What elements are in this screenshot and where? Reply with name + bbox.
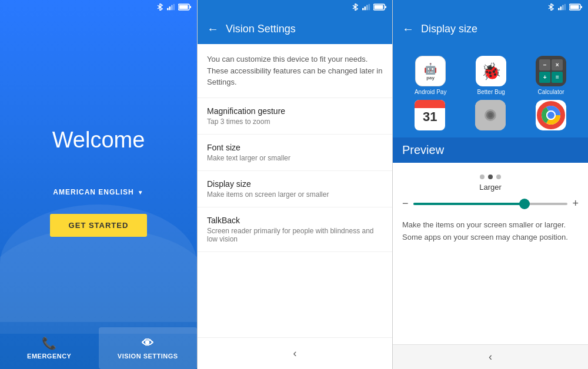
- calculator-label: Calculator: [538, 89, 564, 95]
- magnification-title: Magnification gesture: [207, 106, 383, 116]
- display-size-subtitle: Make items on screen larger or smaller: [207, 190, 383, 199]
- talkback-title: TalkBack: [207, 216, 383, 225]
- display-footer: ‹: [393, 344, 588, 369]
- android-pay-icon: 🤖 pay: [415, 56, 446, 86]
- vision-footer: ‹: [198, 337, 392, 369]
- emergency-button[interactable]: 📞 EMERGENCY: [0, 327, 99, 369]
- slider-row: − +: [402, 197, 579, 210]
- menu-item-magnification[interactable]: Magnification gesture Tap 3 times to zoo…: [198, 98, 392, 135]
- svg-rect-13: [385, 6, 386, 8]
- back-button-display[interactable]: ‹: [489, 351, 492, 363]
- pay-text: pay: [426, 75, 435, 80]
- display-content: Larger − + Make the items on your screen…: [393, 163, 588, 344]
- menu-item-font-size[interactable]: Font size Make text larger or smaller: [198, 135, 392, 171]
- talkback-subtitle: Screen reader primarily for people with …: [207, 227, 383, 243]
- slider-decrease-button[interactable]: −: [402, 197, 409, 210]
- calendar-day: 31: [415, 109, 445, 125]
- language-selector[interactable]: AMERICAN ENGLISH ▼: [53, 188, 143, 196]
- svg-rect-10: [369, 4, 370, 11]
- calendar-icon: 31: [415, 100, 445, 130]
- camera-icon: [475, 100, 506, 130]
- preview-icons-row2: 31: [400, 98, 581, 130]
- svg-rect-17: [564, 4, 566, 11]
- panel-vision: ← Vision Settings You can customize this…: [197, 0, 393, 369]
- vision-header: ← Vision Settings: [198, 14, 392, 44]
- signal-icon-v: [362, 4, 370, 11]
- battery-icon: [178, 4, 191, 11]
- emergency-label: EMERGENCY: [27, 353, 71, 360]
- svg-point-31: [547, 112, 554, 119]
- svg-rect-8: [365, 6, 366, 10]
- panel-welcome: Welcome AMERICAN ENGLISH ▼ GET STARTED 📞…: [0, 0, 197, 369]
- panel-display: ← Display size 🤖 pay Android Pay 🐞 B: [393, 0, 588, 369]
- menu-item-display-size[interactable]: Display size Make items on screen larger…: [198, 171, 392, 207]
- svg-rect-0: [167, 8, 169, 11]
- display-size-title: Display size: [207, 179, 383, 189]
- get-started-button[interactable]: GET STARTED: [50, 214, 148, 237]
- app-icon-better-bug: 🐞 Better Bug: [476, 56, 506, 95]
- display-description: Make the items on your screen smaller or…: [402, 219, 579, 244]
- better-bug-label: Better Bug: [477, 89, 505, 95]
- welcome-title: Welcome: [52, 128, 145, 153]
- svg-rect-14: [558, 8, 560, 11]
- preview-icons-row1: 🤖 pay Android Pay 🐞 Better Bug − ×: [400, 51, 581, 98]
- preview-label-bar: Preview: [393, 137, 588, 163]
- slider-dots: [402, 175, 579, 179]
- back-button-vision[interactable]: ‹: [293, 347, 297, 360]
- calc-minus: −: [539, 59, 550, 71]
- chrome-icon: [536, 100, 566, 130]
- dot-2: [488, 175, 493, 179]
- bluetooth-icon-d: [547, 4, 555, 11]
- welcome-center: Welcome AMERICAN ENGLISH ▼ GET STARTED: [50, 38, 148, 327]
- android-logo: 🤖: [424, 62, 437, 75]
- svg-rect-15: [560, 6, 562, 10]
- menu-item-talkback[interactable]: TalkBack Screen reader primarily for peo…: [198, 207, 392, 252]
- eye-icon: 👁: [142, 337, 154, 350]
- bluetooth-icon-v: [351, 4, 359, 11]
- calendar-header: [415, 100, 445, 108]
- vision-settings-title: Vision Settings: [226, 23, 296, 35]
- signal-icon-d: [558, 4, 566, 11]
- svg-rect-7: [362, 8, 364, 11]
- display-header: ← Display size: [393, 14, 588, 44]
- svg-rect-9: [366, 5, 368, 11]
- svg-rect-19: [570, 5, 579, 9]
- camera-svg: [475, 100, 506, 130]
- preview-area: 🤖 pay Android Pay 🐞 Better Bug − ×: [393, 44, 588, 137]
- font-size-title: Font size: [207, 143, 383, 152]
- svg-point-24: [488, 113, 493, 118]
- svg-rect-2: [171, 5, 173, 11]
- magnification-subtitle: Tap 3 times to zoom: [207, 118, 383, 126]
- welcome-bottom-bar: 📞 EMERGENCY 👁 VISION SETTINGS: [0, 327, 197, 369]
- svg-rect-3: [173, 4, 175, 11]
- status-bar-display: [393, 0, 588, 14]
- back-arrow-icon[interactable]: ←: [207, 22, 219, 36]
- app-icon-android-pay: 🤖 pay Android Pay: [415, 56, 446, 95]
- slider-increase-button[interactable]: +: [572, 197, 579, 210]
- svg-rect-12: [375, 5, 383, 9]
- app-icon-calculator: − × + = Calculator: [536, 56, 566, 95]
- svg-rect-6: [190, 6, 191, 8]
- svg-rect-1: [169, 6, 171, 10]
- svg-rect-20: [581, 6, 582, 8]
- calc-equals: =: [552, 72, 563, 83]
- status-bar-vision: [198, 0, 392, 14]
- calc-plus: +: [539, 72, 550, 83]
- bluetooth-icon: [156, 4, 164, 11]
- back-arrow-display-icon[interactable]: ←: [402, 22, 414, 36]
- dot-3: [496, 175, 501, 179]
- calc-x: ×: [552, 59, 563, 71]
- slider-thumb[interactable]: [519, 199, 530, 209]
- vision-description: You can customize this device to fit you…: [198, 44, 392, 98]
- chevron-down-icon: ▼: [138, 189, 144, 196]
- vision-settings-button[interactable]: 👁 VISION SETTINGS: [99, 327, 198, 369]
- better-bug-icon: 🐞: [476, 56, 506, 86]
- slider-label: Larger: [402, 183, 579, 192]
- chrome-svg: [536, 100, 566, 130]
- dot-1: [480, 175, 485, 179]
- battery-icon-v: [373, 4, 386, 11]
- android-pay-label: Android Pay: [415, 89, 446, 95]
- battery-icon-d: [569, 4, 582, 11]
- language-label: AMERICAN ENGLISH: [53, 188, 133, 196]
- slider-track[interactable]: [413, 203, 568, 205]
